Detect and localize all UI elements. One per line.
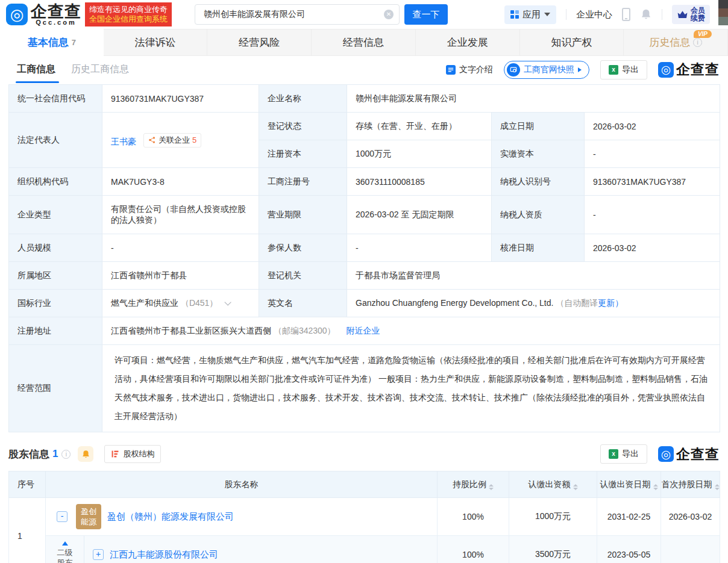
amount-value: 1000万元: [509, 498, 597, 536]
related-companies-badge[interactable]: 关联企业 5: [143, 133, 201, 148]
shareholder-avatar: 盈创 能源: [76, 504, 101, 529]
business-scope-cell: 许可项目：燃气经营，生物质燃气生产和供应，燃气汽车加气经营，道路危险货物运输（依…: [102, 345, 720, 432]
nearby-companies-link[interactable]: 附近企业: [347, 326, 380, 335]
vip-badge: VIP: [694, 30, 712, 38]
apps-label: 应用: [522, 9, 541, 20]
tab-company-development[interactable]: 企业发展: [416, 29, 520, 56]
field-label: 登记状态: [259, 113, 347, 140]
expand-button[interactable]: +: [93, 549, 104, 560]
vip-renew-button[interactable]: 会员 续费: [672, 5, 710, 24]
amount-value: 3500万元: [509, 536, 597, 563]
table-row: 经营范围 许可项目：燃气经营，生物质燃气生产和供应，燃气汽车加气经营，道路危险货…: [9, 345, 720, 432]
apps-grid-icon: [510, 10, 519, 19]
shareholder-link[interactable]: 江西九丰能源股份有限公司: [110, 549, 218, 561]
triangle-up-icon[interactable]: [62, 541, 68, 546]
postcode: （邮编342300）: [274, 326, 336, 335]
company-name-value: 赣州创丰能源发展有限公司: [347, 85, 720, 113]
field-label: 参保人数: [259, 234, 347, 262]
company-type-value: 有限责任公司（非自然人投资或控股的法人独资）: [102, 196, 259, 234]
chevron-down-icon[interactable]: [225, 299, 231, 305]
text-intro-button[interactable]: 文字介绍: [446, 64, 493, 75]
field-label: 统一社会信用代码: [9, 85, 102, 113]
search-input[interactable]: [195, 4, 400, 25]
field-label: 工商注册号: [259, 168, 347, 196]
info-icon: i: [693, 38, 702, 47]
bell-icon: [81, 450, 90, 459]
chevron-down-icon: [544, 13, 550, 16]
reg-capital-value: 1000万元: [347, 140, 492, 168]
tab-legal-litigation[interactable]: 法律诉讼: [104, 29, 208, 56]
tab-label: 法律诉讼: [135, 36, 176, 49]
col-ratio-sortable[interactable]: 持股比例: [438, 471, 509, 498]
taxpayer-id-value: 91360731MAK7UGY387: [585, 168, 720, 196]
approval-date-value: 2026-03-02: [585, 234, 720, 262]
table-header-row: 序号 股东名称 持股比例 认缴出资额 认缴出资日期 首次持股日期: [9, 471, 720, 498]
enterprise-center-link[interactable]: 企业中心: [576, 9, 612, 20]
tab-basic-info[interactable]: 基本信息 7: [0, 29, 104, 56]
region-value: 江西省赣州市于都县: [102, 262, 259, 290]
equity-structure-button[interactable]: 股权结构: [104, 445, 161, 463]
field-label: 企业类型: [9, 196, 102, 234]
export-button[interactable]: x 导出: [600, 444, 647, 464]
row-seq: 1: [9, 498, 46, 563]
tab-operation-info[interactable]: 经营信息: [312, 29, 416, 56]
qcc-watermark-logo: ◎ 企查查: [658, 60, 720, 79]
export-button[interactable]: x 导出: [600, 60, 647, 79]
shareholder-link[interactable]: 盈创（赣州）能源发展有限公司: [107, 511, 234, 523]
table-row: 国标行业 燃气生产和供应业 （D451） 英文名 Ganzhou Chuangf…: [9, 290, 720, 317]
col-first-date-sortable[interactable]: 首次持股日期: [661, 471, 720, 498]
shareholders-table: 序号 股东名称 持股比例 认缴出资额 认缴出资日期 首次持股日期 1 - 盈创 …: [8, 471, 720, 563]
qcc-watermark-logo: ◎ 企查查: [658, 445, 720, 464]
search-box: ✕: [195, 4, 400, 25]
field-label: 组织机构代码: [9, 168, 102, 196]
field-label: 法定代表人: [9, 113, 102, 168]
table-row: 法定代表人 王书豪 关联企业 5 登记状态 存续（在营、开业、在册） 成立日期 …: [9, 113, 720, 140]
first-date-value: 2026-03-02: [661, 498, 720, 536]
document-icon: [446, 65, 456, 75]
shareholders-title: 股东信息: [8, 447, 49, 461]
company-info-table: 统一社会信用代码 91360731MAK7UGY387 企业名称 赣州创丰能源发…: [8, 84, 720, 432]
english-name-value: Ganzhou Chuangfeng Energy Development Co…: [356, 298, 553, 308]
sort-icon: [653, 484, 658, 490]
tab-label: 企业发展: [447, 36, 488, 49]
ratio-value: 100%: [438, 498, 509, 536]
date-value: 2031-02-25: [597, 498, 661, 536]
update-translation-link[interactable]: 更新）: [598, 298, 623, 308]
subtab-business-info[interactable]: 工商信息: [17, 56, 55, 83]
notifications-bell-icon[interactable]: [640, 8, 652, 20]
legal-rep-link[interactable]: 王书豪: [111, 136, 136, 146]
shareholders-count: 1: [52, 448, 58, 460]
apps-menu[interactable]: 应用: [504, 5, 556, 24]
tab-history-info[interactable]: VIP 历史信息 i: [624, 29, 728, 56]
subtab-history-business-info[interactable]: 历史工商信息: [71, 56, 129, 83]
field-label: 注册资本: [259, 140, 347, 168]
network-icon: [148, 136, 156, 144]
qcc-logo[interactable]: ◎ 企查查 Qcc.com: [6, 4, 81, 26]
official-snapshot-button[interactable]: 工商官网快照: [504, 61, 589, 79]
address-cell: 江西省赣州市于都县工业新区振兴大道西侧 （邮编342300） 附近企业: [102, 317, 720, 345]
mobile-app-icon[interactable]: [622, 8, 630, 21]
col-date-sortable[interactable]: 认缴出资日期: [597, 471, 661, 498]
collapse-button[interactable]: -: [57, 511, 67, 522]
org-code-value: MAK7UGY3-8: [102, 168, 259, 196]
staff-size-value: -: [102, 234, 259, 262]
col-amount-sortable[interactable]: 认缴出资额: [509, 471, 597, 498]
shareholder-name-cell: 二级 股东 + 江西九丰能源股份有限公司: [46, 536, 438, 563]
field-label: 成立日期: [492, 113, 585, 140]
tab-label: 历史信息: [649, 36, 690, 49]
field-label: 纳税人资质: [492, 196, 585, 234]
ratio-value: 100%: [438, 536, 509, 563]
search-button[interactable]: 查一下: [404, 4, 448, 25]
monitor-bell-button[interactable]: [78, 446, 93, 462]
arrow-right-icon: [578, 67, 582, 72]
clear-search-icon[interactable]: ✕: [384, 10, 394, 19]
table-row: 人员规模 - 参保人数 - 核准日期 2026-03-02: [9, 234, 720, 262]
shareholder-name-cell: - 盈创 能源 盈创（赣州）能源发展有限公司: [46, 498, 438, 536]
tab-label: 知识产权: [551, 36, 592, 49]
tab-operation-risk[interactable]: 经营风险: [207, 29, 312, 56]
slogan-line2: 全国企业信用查询系统: [89, 14, 168, 24]
tab-intellectual-property[interactable]: 知识产权: [520, 29, 624, 56]
shareholder-row: 1 - 盈创 能源 盈创（赣州）能源发展有限公司 100% 1000万元 203…: [9, 498, 720, 536]
qcc-logo-icon: ◎: [658, 446, 674, 462]
excel-icon: x: [609, 449, 618, 459]
